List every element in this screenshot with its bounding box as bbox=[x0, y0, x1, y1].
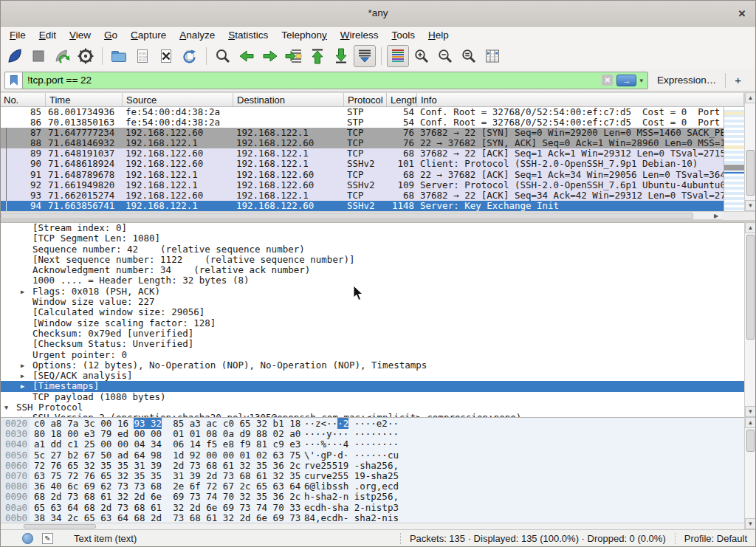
filter-clear-icon[interactable]: ✕ bbox=[602, 75, 613, 86]
close-window-icon[interactable]: ✕ bbox=[735, 7, 749, 20]
detail-row[interactable]: [Calculated window size: 29056] bbox=[0, 307, 744, 317]
profile-label[interactable]: Profile: Default bbox=[675, 533, 750, 544]
scroll-up-icon[interactable]: ▲ bbox=[745, 417, 756, 428]
capture-options-gear-icon[interactable] bbox=[75, 45, 97, 67]
detail-row[interactable]: Window size value: 227 bbox=[0, 297, 744, 307]
menu-wireless[interactable]: Wireless bbox=[334, 28, 385, 42]
hex-row-0080[interactable]: 008036 40 6c 69 62 73 73 68 2e 6f 72 67 … bbox=[0, 481, 744, 492]
scroll-down-icon[interactable]: ▼ bbox=[745, 200, 756, 211]
previous-packet-icon[interactable] bbox=[236, 45, 258, 67]
scroll-up-icon[interactable]: ▲ bbox=[745, 222, 756, 233]
packet-row-93[interactable]: 9371.662015274192.168.122.60192.168.122.… bbox=[0, 190, 724, 201]
detail-row[interactable]: [Next sequence number: 1122 (relative se… bbox=[0, 255, 744, 265]
detail-row[interactable]: [Window size scaling factor: 128] bbox=[0, 318, 744, 328]
detail-row[interactable]: ▶[Timestamps] bbox=[0, 381, 744, 391]
detail-row[interactable]: ▶Options: (12 bytes), No-Operation (NOP)… bbox=[0, 360, 744, 371]
packet-row-85[interactable]: 8568.001734936fe:54:00:d4:38:2aSTP54Conf… bbox=[0, 107, 724, 117]
packet-list-minimap[interactable] bbox=[724, 107, 744, 211]
column-source[interactable]: Source bbox=[123, 93, 233, 106]
menu-statistics[interactable]: Statistics bbox=[221, 28, 275, 42]
packet-row-87[interactable]: 8771.647777234192.168.122.60192.168.122.… bbox=[0, 128, 724, 138]
detail-row[interactable]: Sequence number: 42 (relative sequence n… bbox=[0, 244, 744, 255]
expression-button[interactable]: Expression… bbox=[657, 75, 716, 86]
hex-row-0060[interactable]: 006072 76 65 32 35 35 31 39 2d 73 68 61 … bbox=[0, 461, 744, 471]
menu-analyze[interactable]: Analyze bbox=[173, 28, 221, 42]
first-packet-icon[interactable] bbox=[306, 45, 329, 67]
zoom-reset-icon[interactable] bbox=[458, 45, 480, 67]
display-filter-value[interactable]: !tcp.port == 22 bbox=[27, 75, 602, 86]
goto-packet-icon[interactable] bbox=[283, 45, 305, 67]
zoom-in-icon[interactable] bbox=[410, 45, 433, 67]
packet-list-vscrollbar[interactable]: ▲ ▼ bbox=[744, 92, 756, 211]
scroll-down-icon[interactable]: ▼ bbox=[745, 518, 756, 529]
add-filter-button[interactable]: + bbox=[735, 74, 741, 86]
expert-info-icon[interactable] bbox=[22, 533, 33, 544]
detail-row[interactable]: [Stream index: 0] bbox=[0, 223, 744, 233]
detail-row[interactable]: Checksum: 0x79ed [unverified] bbox=[0, 328, 744, 339]
detail-row[interactable]: [TCP Segment Len: 1080] bbox=[0, 233, 744, 244]
start-capture-icon[interactable] bbox=[4, 45, 26, 67]
packet-row-86[interactable]: 8670.013850163fe:54:00:d4:38:2aSTP54Conf… bbox=[0, 117, 724, 128]
scrollbar-thumb[interactable] bbox=[1, 213, 693, 219]
packet-row-90[interactable]: 9071.648618924192.168.122.60192.168.122.… bbox=[0, 159, 724, 169]
filter-apply-dropdown-icon[interactable]: ▾ bbox=[639, 77, 643, 84]
menu-tools[interactable]: Tools bbox=[385, 28, 422, 42]
menu-help[interactable]: Help bbox=[422, 28, 456, 42]
detail-row[interactable]: [Checksum Status: Unverified] bbox=[0, 339, 744, 349]
resize-columns-icon[interactable] bbox=[481, 45, 504, 67]
hex-vscrollbar[interactable]: ▲ ▼ bbox=[744, 417, 756, 529]
menu-capture[interactable]: Capture bbox=[124, 28, 173, 42]
find-packet-magnifier-icon[interactable] bbox=[212, 45, 234, 67]
column-destination[interactable]: Destination bbox=[233, 93, 344, 106]
filter-apply-button[interactable]: → bbox=[616, 75, 636, 86]
hex-row-0020[interactable]: 0020c0 a8 7a 3c 00 16 93 32 85 a3 ac c0 … bbox=[0, 419, 744, 429]
scroll-up-icon[interactable]: ▲ bbox=[745, 92, 756, 103]
scrollbar-thumb[interactable] bbox=[746, 430, 755, 452]
packet-row-92[interactable]: 9271.661949820192.168.122.1192.168.122.6… bbox=[0, 180, 724, 190]
detail-vscrollbar[interactable]: ▲ ▼ bbox=[744, 222, 756, 417]
stop-capture-icon[interactable] bbox=[27, 45, 49, 67]
reload-icon[interactable] bbox=[179, 45, 201, 67]
detail-row[interactable]: ▼SSH Protocol bbox=[0, 402, 744, 413]
menu-go[interactable]: Go bbox=[97, 28, 124, 42]
hex-row-00b0[interactable]: 00b038 34 2c 65 63 64 68 2d 73 68 61 32 … bbox=[0, 513, 744, 523]
packet-list-hscrollbar[interactable]: ▶ bbox=[0, 211, 722, 220]
scrollbar-thumb[interactable] bbox=[746, 150, 755, 196]
close-file-icon[interactable] bbox=[155, 45, 177, 67]
menu-telephony[interactable]: Telephony bbox=[275, 28, 334, 42]
scrollbar-thumb[interactable] bbox=[746, 235, 755, 340]
column-no[interactable]: No. bbox=[0, 93, 46, 106]
packet-row-91[interactable]: 9171.648789678192.168.122.1192.168.122.6… bbox=[0, 170, 724, 180]
scroll-right-icon[interactable]: ▶ bbox=[710, 212, 722, 220]
hex-row-00a0[interactable]: 00a065 63 64 68 2d 73 68 61 32 2d 6e 69 … bbox=[0, 503, 744, 513]
hex-row-0040[interactable]: 0040a1 dd c1 25 00 00 04 34 06 14 f5 e8 … bbox=[0, 439, 744, 450]
filter-bookmark-button[interactable] bbox=[4, 72, 22, 89]
expand-arrow-icon[interactable]: ▶ bbox=[21, 360, 24, 371]
packet-row-94[interactable]: 9471.663856741192.168.122.1192.168.122.6… bbox=[0, 201, 724, 211]
packet-row-89[interactable]: 8971.648191037192.168.122.60192.168.122.… bbox=[0, 148, 724, 159]
expand-arrow-icon[interactable]: ▶ bbox=[21, 381, 24, 391]
last-packet-icon[interactable] bbox=[330, 45, 352, 67]
next-packet-icon[interactable] bbox=[259, 45, 281, 67]
auto-scroll-icon[interactable] bbox=[354, 45, 376, 67]
display-filter-input[interactable]: !tcp.port == 22 ✕ → ▾ bbox=[22, 72, 648, 89]
colorize-packets-icon[interactable] bbox=[387, 45, 409, 67]
column-info[interactable]: Info bbox=[417, 93, 744, 106]
detail-row[interactable]: TCP payload (1080 bytes) bbox=[0, 392, 744, 402]
save-file-icon[interactable]: 010101100111 bbox=[131, 45, 154, 67]
detail-row[interactable]: ▶Flags: 0x018 (PSH, ACK) bbox=[0, 286, 744, 297]
open-file-folder-icon[interactable] bbox=[108, 45, 130, 67]
hex-row-0090[interactable]: 009068 2d 73 68 61 32 2d 6e 69 73 74 70 … bbox=[0, 492, 744, 502]
zoom-out-icon[interactable] bbox=[434, 45, 456, 67]
expand-arrow-icon[interactable]: ▼ bbox=[4, 402, 8, 413]
scroll-down-icon[interactable]: ▼ bbox=[745, 406, 756, 417]
restart-capture-icon[interactable] bbox=[51, 45, 73, 67]
expand-arrow-icon[interactable]: ▶ bbox=[21, 286, 24, 297]
expand-arrow-icon[interactable]: ▶ bbox=[21, 371, 24, 381]
capture-comment-icon[interactable]: ✎ bbox=[42, 533, 53, 544]
hex-row-0070[interactable]: 007063 75 72 76 65 32 35 35 31 39 2d 73 … bbox=[0, 471, 744, 481]
hex-row-0030[interactable]: 003080 18 00 e3 79 ed 00 00 01 01 08 0a … bbox=[0, 429, 744, 439]
hex-row-0050[interactable]: 00505c 27 b2 67 50 ad 64 98 1d 92 00 00 … bbox=[0, 450, 744, 461]
detail-row[interactable]: Urgent pointer: 0 bbox=[0, 350, 744, 360]
detail-row[interactable]: 1000 .... = Header Length: 32 bytes (8) bbox=[0, 275, 744, 286]
